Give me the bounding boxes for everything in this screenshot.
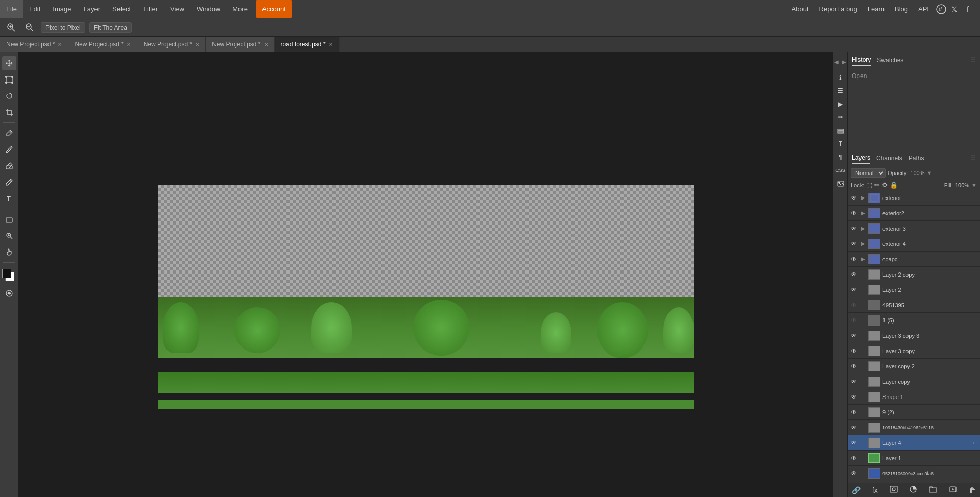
zoom-tool[interactable] <box>4 20 18 35</box>
menu-edit[interactable]: Edit <box>23 0 46 18</box>
layer-eye-l3c3[interactable]: 👁 <box>850 332 858 339</box>
fit-area-btn[interactable]: Fit The Area <box>89 22 132 33</box>
collapse-right[interactable]: ▶ <box>842 59 846 65</box>
tab-close-4[interactable]: ✕ <box>329 42 333 47</box>
swatches-tab[interactable]: Swatches <box>877 55 903 66</box>
blend-mode-select[interactable]: Normal Multiply Screen Overlay <box>851 168 886 178</box>
tab-2[interactable]: New Project.psd * ✕ <box>137 37 206 52</box>
layer-layer2[interactable]: 👁 Layer 2 <box>848 282 980 297</box>
layer-arrow-exterior4[interactable]: ▶ <box>860 241 866 246</box>
new-layer-btn[interactable] <box>949 486 957 494</box>
lock-move-icon[interactable]: ✥ <box>882 181 888 189</box>
layer-eye-4951[interactable]: 👁 <box>850 302 858 309</box>
menu-report-bug[interactable]: Report a bug <box>815 5 862 13</box>
new-group-btn[interactable] <box>929 486 937 494</box>
layer-layer4[interactable]: 👁 Layer 4 eff <box>848 435 980 451</box>
menu-account[interactable]: Account <box>256 0 292 18</box>
layer-eye-l3c[interactable]: 👁 <box>850 347 858 355</box>
layer-eye-exterior2[interactable]: 👁 <box>850 210 858 217</box>
text-tool[interactable]: T <box>2 191 16 206</box>
layer-eye-92[interactable]: 👁 <box>850 409 858 416</box>
layer-arrow-exterior[interactable]: ▶ <box>860 195 866 201</box>
layer-eye-exterior[interactable]: 👁 <box>850 194 858 202</box>
tab-1[interactable]: New Project.psd * ✕ <box>68 37 137 52</box>
layer-exterior4[interactable]: 👁 ▶ exterior 4 <box>848 236 980 252</box>
twitter-icon[interactable]: 𝕏 <box>949 3 962 15</box>
layer-exterior3[interactable]: 👁 ▶ exterior 3 <box>848 221 980 236</box>
paths-tab[interactable]: Paths <box>909 153 924 164</box>
menu-more[interactable]: More <box>226 0 254 18</box>
layer-eye-l3c2[interactable]: 👁 <box>850 363 858 370</box>
menu-layer[interactable]: Layer <box>78 0 107 18</box>
menu-about[interactable]: About <box>787 5 813 13</box>
play-icon[interactable]: ▶ <box>834 98 847 110</box>
layer-eye-coapci[interactable]: 👁 <box>850 256 858 263</box>
delete-layer-btn[interactable]: 🗑 <box>969 486 976 494</box>
menu-select[interactable]: Select <box>106 0 137 18</box>
layer-arrow-exterior3[interactable]: ▶ <box>860 226 866 231</box>
pen-tool[interactable] <box>2 175 16 189</box>
layer-arrow-coapci[interactable]: ▶ <box>860 256 866 262</box>
layer-eye-l2c[interactable]: 👁 <box>850 271 858 278</box>
layer-arrow-exterior2[interactable]: ▶ <box>860 210 866 216</box>
info-icon[interactable]: ℹ <box>834 71 847 84</box>
lock-all-icon[interactable]: 🔒 <box>890 181 898 189</box>
shape-tool[interactable] <box>2 212 16 227</box>
layer-eye-l3[interactable]: 👁 <box>850 378 858 385</box>
tab-close-0[interactable]: ✕ <box>58 42 62 47</box>
crop-tool[interactable] <box>2 105 16 119</box>
move-tool[interactable] <box>2 56 16 70</box>
facebook-icon[interactable]: f <box>964 3 976 15</box>
tab-close-3[interactable]: ✕ <box>264 42 268 47</box>
layer-l3copy3[interactable]: 👁 Layer 3 copy 3 <box>848 328 980 343</box>
menu-window[interactable]: Window <box>190 0 226 18</box>
text-icon[interactable]: T <box>834 138 847 150</box>
history-tab[interactable]: History <box>852 54 871 66</box>
eraser-tool[interactable] <box>2 159 16 173</box>
layer-1-5[interactable]: 👁 1 (5) <box>848 313 980 328</box>
layer-exterior2[interactable]: 👁 ▶ exterior2 <box>848 206 980 221</box>
add-mask-btn[interactable] <box>890 486 898 494</box>
opacity-arrow[interactable]: ▼ <box>927 170 933 176</box>
layer-l3[interactable]: 👁 Layer copy <box>848 374 980 389</box>
layer-eye-shape1[interactable]: 👁 <box>850 393 858 401</box>
transform-tool[interactable] <box>2 72 16 87</box>
tab-close-1[interactable]: ✕ <box>127 42 131 47</box>
layer-shape1[interactable]: 👁 Shape 1 <box>848 389 980 405</box>
layer-effects-btn[interactable]: fx <box>872 486 878 494</box>
layer-eye-exterior4[interactable]: 👁 <box>850 240 858 247</box>
layer-10918[interactable]: 👁 10918430bb41962e5116 <box>848 420 980 435</box>
layer-eye-exterior3[interactable]: 👁 <box>850 225 858 232</box>
lock-pixels-icon[interactable]: ⬚ <box>866 181 872 189</box>
layers-icon[interactable] <box>834 125 847 137</box>
menu-file[interactable]: File <box>0 0 23 18</box>
list-icon[interactable]: ☰ <box>834 85 847 97</box>
menu-learn[interactable]: Learn <box>864 5 889 13</box>
layer-eye-10918[interactable]: 👁 <box>850 424 858 431</box>
image-icon[interactable] <box>834 178 847 190</box>
layer-eye-l4[interactable]: 👁 <box>850 439 858 446</box>
layer-l3copy2[interactable]: 👁 Layer copy 2 <box>848 359 980 374</box>
tab-0[interactable]: New Project.psd * ✕ <box>0 37 68 52</box>
lasso-tool[interactable] <box>2 89 16 103</box>
fill-arrow[interactable]: ▼ <box>971 182 977 188</box>
layer-l3copy[interactable]: 👁 Layer 3 copy <box>848 343 980 359</box>
canvas-area[interactable] <box>18 52 833 497</box>
zoom-in-btn[interactable] <box>22 20 37 35</box>
hand-tool[interactable] <box>2 245 16 259</box>
zoom-tool-left[interactable] <box>2 229 16 243</box>
menu-image[interactable]: Image <box>46 0 77 18</box>
link-layers-btn[interactable]: 🔗 <box>852 486 861 494</box>
eyedropper-tool[interactable] <box>2 126 16 140</box>
edit-mask-tool[interactable] <box>2 286 16 301</box>
opacity-value[interactable]: 100% <box>910 170 924 176</box>
lock-paint-icon[interactable]: ✏ <box>874 181 880 189</box>
layers-tab[interactable]: Layers <box>852 152 870 164</box>
layer-95215[interactable]: 👁 95215106009c3cccc0fa6 <box>848 466 980 481</box>
layer-exterior[interactable]: 👁 ▶ exterior <box>848 190 980 206</box>
layer-eye-l1[interactable]: 👁 <box>850 455 858 462</box>
layer-coapci[interactable]: 👁 ▶ coapci <box>848 252 980 267</box>
layer-9-2[interactable]: 👁 9 (2) <box>848 405 980 420</box>
menu-blog[interactable]: Blog <box>891 5 912 13</box>
adjustment-layer-btn[interactable] <box>909 486 917 494</box>
